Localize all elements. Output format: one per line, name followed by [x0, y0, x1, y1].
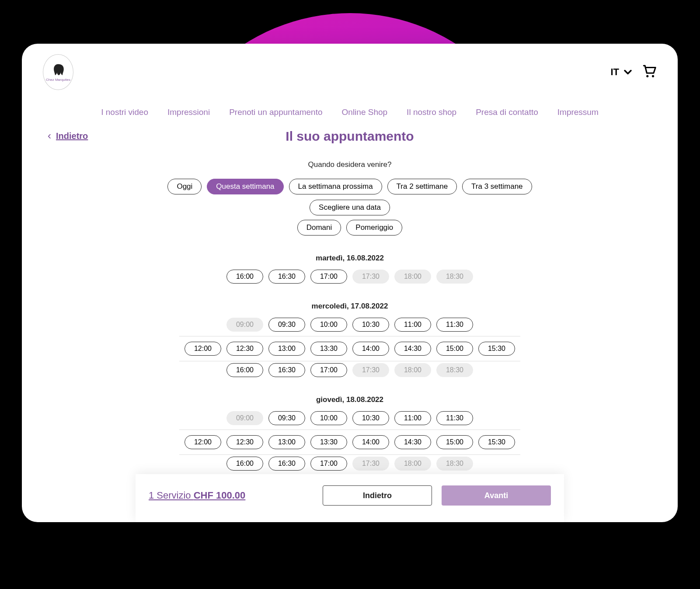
footer-back-button[interactable]: Indietro	[323, 485, 432, 506]
date-range-chip[interactable]: Tra 2 settimane	[387, 179, 457, 194]
time-slot: 09:00	[226, 411, 263, 425]
time-slot: 18:30	[436, 457, 473, 471]
chevron-down-icon	[622, 66, 634, 78]
time-slot[interactable]: 13:00	[268, 342, 305, 356]
logo-text: Chez Marquites	[46, 78, 70, 82]
nav-item[interactable]: Online Shop	[342, 107, 388, 117]
time-slot[interactable]: 15:00	[436, 435, 473, 449]
date-range-chip[interactable]: Questa settimana	[207, 179, 283, 194]
slot-row: 09:0009:3010:0010:3011:0011:30	[179, 318, 520, 332]
summary-price: CHF 100.00	[194, 490, 246, 501]
time-slot[interactable]: 11:30	[436, 411, 473, 425]
slot-row: 12:0012:3013:0013:3014:0014:3015:0015:30	[179, 336, 520, 361]
date-range-chips-row2: DomaniPomeriggio	[136, 220, 564, 236]
top-right: IT	[610, 64, 657, 80]
days-container: martedì, 16.08.202216:0016:3017:0017:301…	[171, 254, 529, 471]
nav-item[interactable]: Presa di contatto	[476, 107, 538, 117]
time-slot[interactable]: 16:30	[268, 457, 305, 471]
svg-point-1	[652, 75, 654, 77]
topbar: Chez Marquites IT	[22, 44, 678, 95]
time-slot: 18:30	[436, 270, 473, 284]
time-slot[interactable]: 12:00	[185, 435, 221, 449]
time-slot[interactable]: 17:00	[310, 270, 347, 284]
cart-icon	[642, 64, 657, 79]
time-slot[interactable]: 10:30	[352, 318, 389, 332]
cart-button[interactable]	[642, 64, 657, 80]
service-summary[interactable]: 1 Servizio CHF 100.00	[149, 490, 245, 501]
time-slot[interactable]: 12:30	[226, 342, 263, 356]
main-nav: I nostri videoImpressioniPrenoti un appu…	[22, 95, 678, 125]
time-slot[interactable]: 16:00	[226, 457, 263, 471]
day-label: martedì, 16.08.2022	[179, 254, 520, 263]
time-slot: 18:00	[394, 270, 431, 284]
language-label: IT	[610, 66, 619, 78]
day-label: mercoledì, 17.08.2022	[179, 302, 520, 311]
time-slot: 17:30	[352, 457, 389, 471]
time-slot: 18:00	[394, 457, 431, 471]
logo[interactable]: Chez Marquites	[43, 54, 73, 90]
summary-prefix: 1 Servizio	[149, 490, 194, 501]
time-slot[interactable]: 13:30	[310, 342, 347, 356]
time-slot: 18:30	[436, 363, 473, 377]
time-slot[interactable]: 11:00	[394, 318, 431, 332]
date-range-chip[interactable]: Oggi	[167, 179, 202, 194]
slot-row: 12:0012:3013:0013:3014:0014:3015:0015:30	[179, 430, 520, 455]
date-range-chip[interactable]: Tra 3 settimane	[462, 179, 532, 194]
footer-next-button[interactable]: Avanti	[442, 485, 551, 506]
time-slot[interactable]: 10:00	[310, 318, 347, 332]
time-slot[interactable]: 12:30	[226, 435, 263, 449]
time-slot[interactable]: 14:30	[394, 342, 431, 356]
time-slot[interactable]: 15:30	[478, 435, 515, 449]
back-row: Indietro Il suo appuntamento	[22, 125, 678, 143]
time-slot[interactable]: 12:00	[185, 342, 221, 356]
date-range-chips-row1: OggiQuesta settimanaLa settimana prossim…	[136, 179, 564, 215]
nav-item[interactable]: Il nostro shop	[407, 107, 456, 117]
time-slot[interactable]: 13:30	[310, 435, 347, 449]
time-slot[interactable]: 17:00	[310, 457, 347, 471]
nav-item[interactable]: Prenoti un appuntamento	[229, 107, 322, 117]
nav-item[interactable]: I nostri video	[101, 107, 148, 117]
back-label: Indietro	[56, 131, 88, 141]
footer-bar: 1 Servizio CHF 100.00 Indietro Avanti	[136, 474, 564, 522]
time-slot[interactable]: 14:30	[394, 435, 431, 449]
time-slot[interactable]: 10:30	[352, 411, 389, 425]
footer-buttons: Indietro Avanti	[323, 485, 551, 506]
slot-row: 16:0016:3017:0017:3018:0018:30	[179, 270, 520, 284]
time-slot[interactable]: 17:00	[310, 363, 347, 377]
chevron-left-icon	[46, 133, 52, 139]
time-slot: 09:00	[226, 318, 263, 332]
date-range-chip[interactable]: Pomeriggio	[346, 220, 402, 236]
date-range-chip[interactable]: La settimana prossima	[289, 179, 382, 194]
time-slot: 17:30	[352, 270, 389, 284]
time-slot[interactable]: 13:00	[268, 435, 305, 449]
time-slot[interactable]: 16:00	[226, 270, 263, 284]
nav-item[interactable]: Impressum	[557, 107, 599, 117]
slot-row: 09:0009:3010:0010:3011:0011:30	[179, 411, 520, 425]
page-title: Il suo appuntamento	[22, 129, 678, 144]
time-slot[interactable]: 09:30	[268, 318, 305, 332]
time-slot[interactable]: 09:30	[268, 411, 305, 425]
back-link[interactable]: Indietro	[46, 131, 88, 141]
language-selector[interactable]: IT	[610, 66, 634, 78]
time-slot[interactable]: 10:00	[310, 411, 347, 425]
svg-point-0	[646, 75, 648, 77]
day-label: giovedì, 18.08.2022	[179, 395, 520, 404]
time-slot[interactable]: 16:00	[226, 363, 263, 377]
time-slot[interactable]: 15:00	[436, 342, 473, 356]
date-range-chip[interactable]: Domani	[297, 220, 341, 236]
slot-row: 16:0016:3017:0017:3018:0018:30	[179, 457, 520, 471]
time-slot[interactable]: 16:30	[268, 270, 305, 284]
time-slot: 17:30	[352, 363, 389, 377]
time-slot[interactable]: 15:30	[478, 342, 515, 356]
time-slot[interactable]: 14:00	[352, 435, 389, 449]
time-slot: 18:00	[394, 363, 431, 377]
hair-icon	[51, 63, 66, 78]
nav-item[interactable]: Impressioni	[167, 107, 210, 117]
date-range-chip[interactable]: Scegliere una data	[310, 200, 390, 215]
time-slot[interactable]: 11:30	[436, 318, 473, 332]
time-slot[interactable]: 16:30	[268, 363, 305, 377]
subtitle: Quando desidera venire?	[22, 160, 678, 169]
app-card: Chez Marquites IT I nostri videoImpressi…	[22, 44, 678, 522]
time-slot[interactable]: 14:00	[352, 342, 389, 356]
time-slot[interactable]: 11:00	[394, 411, 431, 425]
